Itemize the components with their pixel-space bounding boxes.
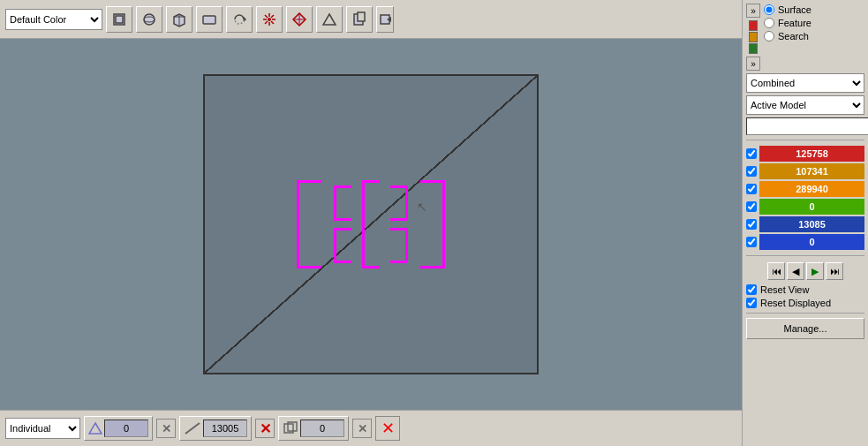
cross-section-btn[interactable] [286,6,313,33]
play-first-btn[interactable]: ⏮ [767,262,785,280]
mode-select[interactable]: IndividualCombinedAll [5,418,80,439]
svg-line-16 [265,21,268,24]
play-prev-btn[interactable]: ◀ [787,262,804,280]
top-toolbar: Default ColorRedBlueGreen [0,0,742,39]
svg-marker-26 [89,423,102,434]
line-value-input[interactable] [203,420,247,437]
clip-btn[interactable] [346,6,373,33]
svg-point-2 [144,14,155,25]
color-check-2[interactable] [746,184,757,194]
surface-label: Surface [778,4,811,15]
color-box-1: 107341 [759,163,864,179]
manage-btn[interactable]: Manage... [746,318,864,339]
bottom-bar: IndividualCombinedAll ✕ ✕ ✕ ✕ [0,410,742,446]
feature-label: Feature [778,18,811,28]
search-input[interactable] [746,117,868,135]
color-val-0: 125758 [796,148,828,159]
play-next-btn[interactable]: ▶ [806,262,824,280]
box-item [278,416,349,441]
viewport[interactable]: ↖ [203,74,539,374]
divider-1 [746,140,864,140]
bar-red [749,20,758,31]
clear-all-btn[interactable]: ✕ [375,416,400,441]
chevron-btn-bottom[interactable]: » [746,57,760,71]
search-bar-row: ⋯ [746,117,864,135]
box-icon [283,421,298,435]
feature-radio[interactable] [764,18,774,28]
right-panel: » » Surface Feature Search Comb [742,0,868,446]
sphere-btn[interactable] [136,6,162,33]
svg-line-13 [265,15,268,18]
manage-btn-label: Manage... [784,323,827,334]
color-row-2: 289940 [746,180,864,198]
color-val-2: 289940 [796,184,828,194]
color-check-0[interactable] [746,148,757,159]
color-val-4: 13085 [798,219,826,230]
more-btn[interactable] [376,6,394,33]
rotate-btn[interactable] [226,6,253,33]
color-box-0: 125758 [759,146,864,162]
color-box-2: 289940 [759,181,864,197]
active-model-row: Active Model [746,95,864,115]
color-bars [749,20,758,54]
color-row-3: 0 [746,198,864,215]
playback-row: ⏮ ◀ ▶ ⏭ [746,261,864,282]
reset-displayed-check[interactable] [746,298,757,308]
color-row-0: 125758 [746,145,864,163]
bar-green [749,43,758,54]
color-check-3[interactable] [746,201,757,212]
brackets-display [297,180,445,268]
plane-btn[interactable] [196,6,223,33]
search-radio-label[interactable]: Search [764,30,811,42]
search-radio-label-text: Search [778,31,809,42]
color-select[interactable]: Default ColorRedBlueGreen [5,9,102,30]
explode-btn[interactable] [256,6,283,33]
box-value-input[interactable] [300,420,344,437]
color-check-1[interactable] [746,166,757,177]
svg-marker-21 [323,14,336,25]
combined-select[interactable]: CombinedIndividual [746,73,864,93]
color-val-5: 0 [809,237,814,247]
triangle-clear-btn[interactable]: ✕ [156,419,176,438]
color-check-5[interactable] [746,237,757,247]
reset-view-row[interactable]: Reset View [746,284,864,295]
svg-line-27 [185,423,200,434]
color-rows: 125758 107341 289940 0 13085 [746,145,864,251]
radio-group: Surface Feature Search [764,4,811,42]
color-box-5: 0 [759,234,864,250]
search-radio[interactable] [764,31,774,42]
triangle-item [84,416,153,441]
reset-displayed-row[interactable]: Reset Displayed [746,298,864,308]
triangle-value-input[interactable] [104,420,148,437]
surface-radio[interactable] [764,4,774,15]
play-last-btn[interactable]: ⏭ [826,262,843,280]
chevron-btn-top[interactable]: » [746,4,760,18]
triangle-btn[interactable] [316,6,343,33]
front-view-btn[interactable] [106,6,132,33]
svg-rect-7 [203,16,215,24]
divider-2 [746,255,864,256]
surface-radio-label[interactable]: Surface [764,4,811,16]
cursor-indicator: ↖ [417,200,427,210]
svg-point-17 [268,18,271,21]
top-section: » » Surface Feature Search [746,4,864,71]
combined-row: CombinedIndividual [746,73,864,93]
active-model-select[interactable]: Active Model [746,95,864,115]
box-btn[interactable] [166,6,192,33]
red-x-icon: ✕ [381,419,395,438]
svg-line-15 [271,15,274,18]
reset-view-check[interactable] [746,284,757,295]
color-row-4: 13085 [746,215,864,233]
line-icon [184,421,201,435]
svg-line-14 [271,21,274,24]
line-clear-btn[interactable]: ✕ [255,419,275,438]
color-box-3: 0 [759,199,864,215]
bar-orange [749,32,758,42]
color-check-4[interactable] [746,219,757,230]
color-row-5: 0 [746,233,864,251]
feature-radio-label[interactable]: Feature [764,17,811,29]
canvas-area: ↖ [0,39,742,410]
line-item [179,416,252,441]
box-clear-btn[interactable]: ✕ [352,419,372,438]
svg-rect-23 [358,12,365,21]
